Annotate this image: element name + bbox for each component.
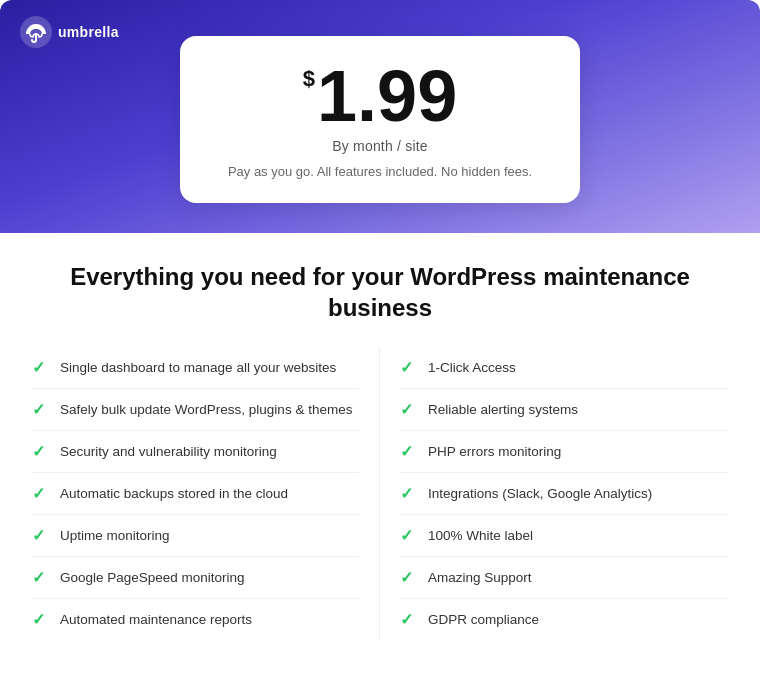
- feature-text: Safely bulk update WordPress, plugins & …: [60, 402, 352, 417]
- page-wrapper: umbrella $ 1.99 By month / site Pay as y…: [0, 0, 760, 680]
- hero-section: umbrella $ 1.99 By month / site Pay as y…: [0, 0, 760, 233]
- feature-text: Amazing Support: [428, 570, 532, 585]
- feature-item: ✓ 1-Click Access: [400, 347, 728, 389]
- feature-item: ✓ 100% White label: [400, 515, 728, 557]
- features-grid: ✓ Single dashboard to manage all your we…: [32, 347, 728, 640]
- price-note: Pay as you go. All features included. No…: [228, 164, 532, 179]
- feature-item: ✓ Uptime monitoring: [32, 515, 359, 557]
- price-period: By month / site: [228, 138, 532, 154]
- feature-item: ✓ Integrations (Slack, Google Analytics): [400, 473, 728, 515]
- section-title: Everything you need for your WordPress m…: [32, 261, 728, 323]
- check-icon: ✓: [32, 610, 50, 629]
- features-section: Everything you need for your WordPress m…: [0, 233, 760, 680]
- feature-text: 100% White label: [428, 528, 533, 543]
- feature-item: ✓ Automatic backups stored in the cloud: [32, 473, 359, 515]
- price-amount: 1.99: [317, 60, 457, 132]
- check-icon: ✓: [400, 610, 418, 629]
- check-icon: ✓: [32, 568, 50, 587]
- feature-item: ✓ Amazing Support: [400, 557, 728, 599]
- feature-text: Automatic backups stored in the cloud: [60, 486, 288, 501]
- check-icon: ✓: [400, 358, 418, 377]
- feature-item: ✓ Single dashboard to manage all your we…: [32, 347, 359, 389]
- feature-item: ✓ Automated maintenance reports: [32, 599, 359, 640]
- check-icon: ✓: [400, 526, 418, 545]
- svg-point-0: [20, 16, 52, 48]
- price-dollar: $: [303, 68, 315, 90]
- feature-item: ✓ Reliable alerting systems: [400, 389, 728, 431]
- logo-area: umbrella: [20, 16, 119, 48]
- feature-text: GDPR compliance: [428, 612, 539, 627]
- check-icon: ✓: [32, 442, 50, 461]
- feature-item: ✓ GDPR compliance: [400, 599, 728, 640]
- check-icon: ✓: [32, 526, 50, 545]
- feature-text: Google PageSpeed monitoring: [60, 570, 245, 585]
- check-icon: ✓: [32, 358, 50, 377]
- feature-text: PHP errors monitoring: [428, 444, 561, 459]
- check-icon: ✓: [32, 400, 50, 419]
- feature-item: ✓ PHP errors monitoring: [400, 431, 728, 473]
- feature-item: ✓ Security and vulnerability monitoring: [32, 431, 359, 473]
- feature-text: Single dashboard to manage all your webs…: [60, 360, 336, 375]
- feature-text: Uptime monitoring: [60, 528, 170, 543]
- check-icon: ✓: [400, 442, 418, 461]
- feature-text: Security and vulnerability monitoring: [60, 444, 277, 459]
- feature-text: Reliable alerting systems: [428, 402, 578, 417]
- features-col-left: ✓ Single dashboard to manage all your we…: [32, 347, 380, 640]
- feature-text: Automated maintenance reports: [60, 612, 252, 627]
- feature-text: Integrations (Slack, Google Analytics): [428, 486, 652, 501]
- check-icon: ✓: [32, 484, 50, 503]
- features-col-right: ✓ 1-Click Access ✓ Reliable alerting sys…: [380, 347, 728, 640]
- price-row: $ 1.99: [228, 60, 532, 132]
- check-icon: ✓: [400, 400, 418, 419]
- feature-item: ✓ Google PageSpeed monitoring: [32, 557, 359, 599]
- feature-item: ✓ Safely bulk update WordPress, plugins …: [32, 389, 359, 431]
- umbrella-logo-icon: [20, 16, 52, 48]
- price-card: $ 1.99 By month / site Pay as you go. Al…: [180, 36, 580, 203]
- logo-text: umbrella: [58, 24, 119, 40]
- check-icon: ✓: [400, 484, 418, 503]
- feature-text: 1-Click Access: [428, 360, 516, 375]
- check-icon: ✓: [400, 568, 418, 587]
